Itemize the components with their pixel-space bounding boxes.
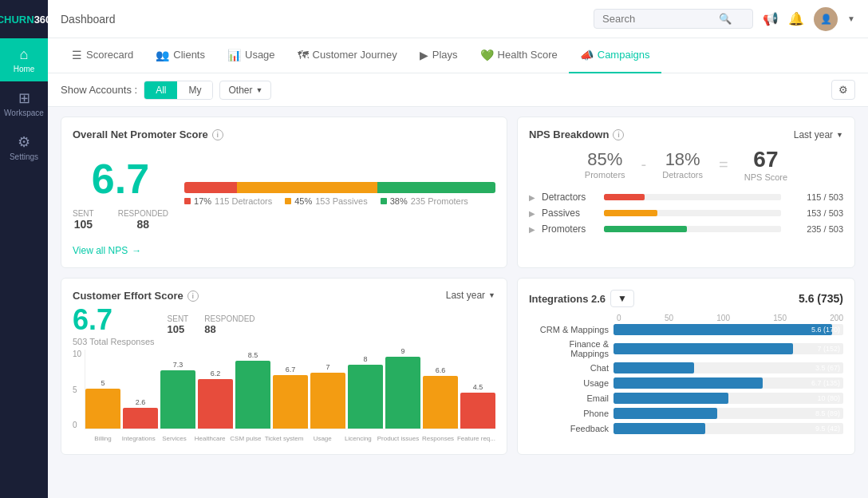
tab-customer-journey[interactable]: 🗺 Customer Journey <box>286 38 408 73</box>
overall-nps-card: Overall Net Promoter Score i 6.7 SENT 10… <box>61 117 507 268</box>
sidebar-item-home[interactable]: ⌂ Home <box>0 38 48 81</box>
chat-bar-bg: 3.5 (67) <box>614 362 843 374</box>
btn-my[interactable]: My <box>177 81 212 99</box>
info-icon[interactable]: i <box>613 129 624 140</box>
int-row-phone: Phone 8.5 (89) <box>529 408 843 419</box>
finance-bar-bg: 7 (152) <box>614 343 843 354</box>
arrow-right-icon: → <box>132 245 141 256</box>
integrations-title: Integrations 2.6 <box>529 293 606 305</box>
nps-legend: 17% 115 Detractors 45% 153 Passives <box>184 196 495 206</box>
sidebar-item-label: Workspace <box>4 109 44 117</box>
int-row-crm: CRM & Mappings 5.6 (170) <box>529 324 843 335</box>
int-row-email: Email 10 (80) <box>529 393 843 404</box>
integrations-score: 5.6 (735) <box>799 292 843 305</box>
breakdown-passives: ▶ Passives 153 / 503 <box>529 208 843 219</box>
bar-licencing: 8 <box>348 355 383 429</box>
nav-tabs: ☰ Scorecard 👥 Clients 📊 Usage 🗺 Customer… <box>48 38 868 73</box>
tab-campaigns[interactable]: 📣 Campaigns <box>569 38 661 73</box>
tab-label: Scorecard <box>86 49 133 61</box>
tab-usage[interactable]: 📊 Usage <box>216 38 286 73</box>
tab-health-score[interactable]: 💚 Health Score <box>469 38 569 73</box>
tab-label: Usage <box>245 49 275 61</box>
tab-label: Clients <box>173 49 205 61</box>
int-row-finance: Finance & Mappings 7 (152) <box>529 339 843 358</box>
settings-button[interactable]: ⚙ <box>831 80 855 100</box>
bar-ticket-system: 6.7 <box>273 366 308 429</box>
notification-icon[interactable]: 🔔 <box>788 11 804 26</box>
avatar[interactable]: 👤 <box>814 7 838 31</box>
promoters-bar-bg <box>604 226 781 232</box>
settings-icon: ⚙ <box>18 133 30 151</box>
int-row-chat: Chat 3.5 (67) <box>529 362 843 374</box>
bar-feature-req: 4.5 <box>460 383 495 429</box>
btn-all[interactable]: All <box>144 81 177 99</box>
breakdown-promoters: ▶ Promoters 235 / 503 <box>529 223 843 235</box>
chevron-down-icon[interactable]: ▼ <box>847 14 855 23</box>
email-bar-bg: 10 (80) <box>614 393 843 404</box>
passives-bar-bg <box>604 210 781 216</box>
search-box[interactable]: 🔍 <box>594 9 753 29</box>
chevron-down-icon: ▼ <box>836 131 843 139</box>
tab-clients[interactable]: 👥 Clients <box>144 38 216 73</box>
nps-breakdown-rows: ▶ Detractors 115 / 503 ▶ Passives <box>529 192 843 235</box>
period-select[interactable]: Last year ▼ <box>794 129 843 140</box>
search-icon: 🔍 <box>719 13 732 25</box>
ces-header: Customer Effort Score i 6.7 503 Total Re… <box>73 290 495 346</box>
info-icon[interactable]: i <box>187 290 199 302</box>
search-input[interactable] <box>602 13 714 25</box>
nps-breakdown-card: NPS Breakdown i Last year ▼ 85% Promoter… <box>517 117 855 268</box>
int-row-usage: Usage 6.7 (135) <box>529 377 843 389</box>
other-label: Other <box>228 85 252 96</box>
campaigns-icon: 📣 <box>580 49 594 61</box>
breakdown-detractors: ▶ Detractors 115 / 503 <box>529 192 843 203</box>
integrations-dropdown[interactable]: ▼ <box>610 290 634 307</box>
nps-breakdown-header: NPS Breakdown i Last year ▼ <box>529 128 843 140</box>
chevron-right-icon[interactable]: ▶ <box>529 193 535 202</box>
nps-bar <box>184 182 495 193</box>
nps-row: Overall Net Promoter Score i 6.7 SENT 10… <box>61 117 855 268</box>
show-accounts-label: Show Accounts : <box>61 84 137 96</box>
bar-product-issues: 9 <box>385 347 420 429</box>
crm-bar-bg: 5.6 (170) <box>614 324 843 335</box>
ces-period-select[interactable]: Last year ▼ <box>446 290 495 301</box>
tab-label: Customer Journey <box>313 49 397 61</box>
sidebar-item-workspace[interactable]: ⊞ Workspace <box>0 81 48 125</box>
bar-healthcare: 6.2 <box>198 370 233 429</box>
main-content: Dashboard 🔍 📢 🔔 👤 ▼ ☰ Scorecard 👥 Client… <box>48 0 868 498</box>
tab-label: Plays <box>432 49 458 61</box>
view-all-nps[interactable]: View all NPS → <box>73 245 495 256</box>
topbar: Dashboard 🔍 📢 🔔 👤 ▼ <box>48 0 868 38</box>
chevron-right-icon[interactable]: ▶ <box>529 225 535 234</box>
feedback-bar-bg: 9.5 (42) <box>614 423 843 434</box>
detractors-bar-bg <box>604 194 781 200</box>
chat-bar <box>614 362 694 374</box>
tab-scorecard[interactable]: ☰ Scorecard <box>61 38 144 73</box>
promoters-bar <box>604 226 687 232</box>
usage-bar <box>614 377 763 389</box>
nps-score: 6.7 <box>73 155 168 203</box>
health-icon: 💚 <box>480 49 494 61</box>
bar-csm-pulse: 8.5 <box>235 351 270 429</box>
bar-usage: 7 <box>310 363 345 429</box>
journey-icon: 🗺 <box>298 49 309 61</box>
sidebar-item-settings[interactable]: ⚙ Settings <box>0 125 48 169</box>
info-icon[interactable]: i <box>212 129 223 140</box>
integrations-header: Integrations 2.6 ▼ 5.6 (735) <box>529 290 843 307</box>
other-filter[interactable]: Other ▼ <box>219 81 271 100</box>
int-row-feedback: Feedback 9.5 (42) <box>529 423 843 434</box>
finance-bar <box>614 343 793 354</box>
bar-integrations: 2.6 <box>123 398 158 429</box>
tab-plays[interactable]: ▶ Plays <box>408 38 469 73</box>
bar-chart-bars: 5 2.6 7.3 <box>85 350 495 429</box>
topbar-icons: 📢 🔔 👤 ▼ <box>763 7 855 31</box>
chart-y-axis: 10 5 0 <box>73 350 85 429</box>
sidebar-item-label: Settings <box>10 152 38 161</box>
chevron-right-icon[interactable]: ▶ <box>529 209 535 218</box>
integrations-rows: CRM & Mappings 5.6 (170) Finance & Mappi… <box>529 324 843 434</box>
tab-label: Campaigns <box>598 49 650 61</box>
accounts-filter: All My <box>144 81 213 100</box>
crm-bar <box>614 324 832 335</box>
bar-services: 7.3 <box>160 361 195 429</box>
bar-billing: 5 <box>85 379 120 429</box>
announcement-icon[interactable]: 📢 <box>763 11 779 26</box>
